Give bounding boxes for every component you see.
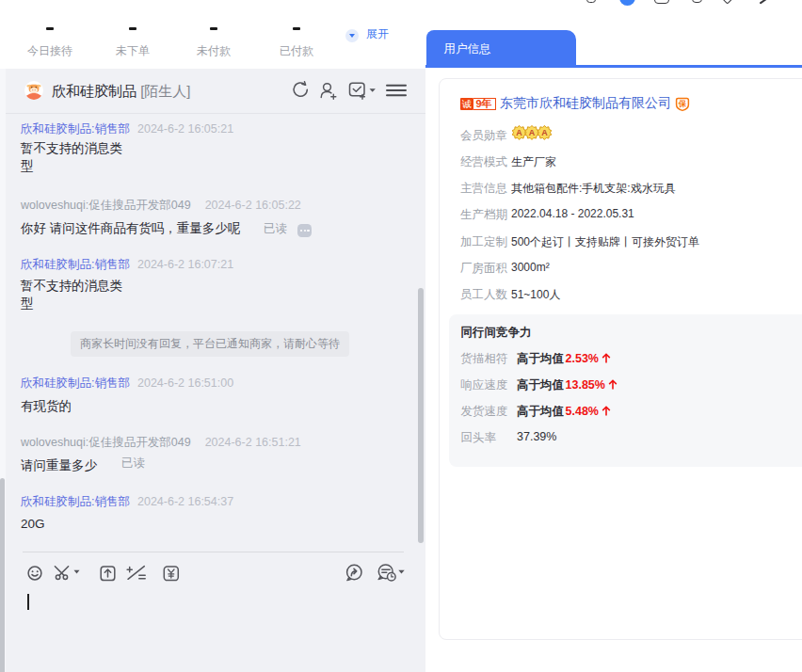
svg-text:保: 保 [677,99,686,108]
svg-text:A: A [516,128,522,137]
